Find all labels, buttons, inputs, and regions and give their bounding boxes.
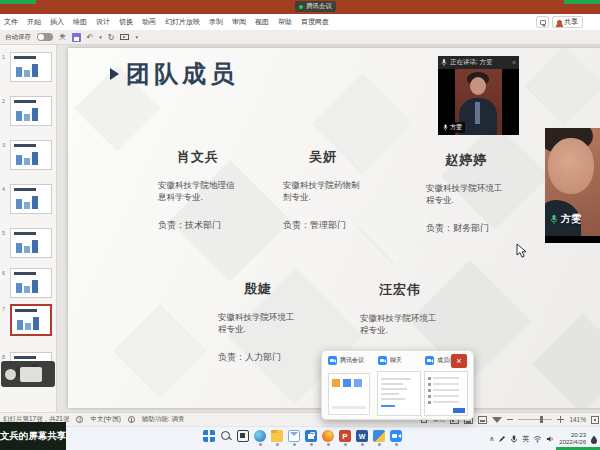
member-school: 安徽科技学院环境工程专业. [218,311,298,335]
close-icon: × [456,356,461,366]
screen-share-banner: 文兵的屏幕共享 [0,422,66,450]
autosave-label: 自动保存 [5,33,31,42]
language-status[interactable]: 中文(中国) [90,415,120,424]
tab-review[interactable]: 审阅 [232,17,246,27]
collapse-icon[interactable]: « [512,59,516,66]
share-border-top-right [564,0,600,4]
thumb-number: 4 [2,186,5,192]
zoom-level[interactable]: 141% [569,416,586,423]
info-glyph: i [79,416,80,423]
slide-thumbnail-7-selected[interactable]: 7 [0,304,57,338]
preview-window-members[interactable] [424,371,468,416]
taskbar-icon-word[interactable]: W [356,430,368,446]
preview-title: 腾讯会议 [340,356,364,365]
team-member-1: 肖文兵 安徽科技学院地理信息科学专业. 负责：技术部门 [158,148,238,232]
tab-view[interactable]: 视图 [255,17,269,27]
ppt-letter: P [342,432,347,441]
slide-title: 团队成员 [110,58,238,90]
wifi-icon[interactable] [533,435,542,443]
pen-icon[interactable] [498,435,506,443]
qat-overflow-icon[interactable]: ▾ [135,34,138,40]
accessibility-status[interactable]: 辅助功能: 调查 [142,415,185,424]
taskbar-icon-meeting[interactable] [390,430,402,446]
slide-thumbnail-4[interactable]: 4 [0,184,57,218]
zoom-slider[interactable] [518,419,552,420]
tab-home[interactable]: 开始 [27,17,41,27]
tab-draw[interactable]: 绘图 [73,17,87,27]
info-icon[interactable]: i [76,416,83,423]
autosave-toggle[interactable] [37,33,53,41]
volume-icon[interactable] [546,435,555,443]
speaking-label: 正在讲话: 方雯 [450,58,509,67]
undo-icon[interactable]: ↶ [87,33,94,42]
preview-window-chat[interactable] [377,371,421,416]
tab-baidu-netdisk[interactable]: 百度网盘 [301,17,329,27]
ribbon-tabs: 文件 开始 插入 绘图 设计 切换 动画 幻灯片放映 录制 审阅 视图 帮助 百… [4,14,329,30]
preview-header-meeting: 腾讯会议 [328,356,364,365]
undo-caret-icon[interactable]: ▾ [99,34,102,40]
side-video-window[interactable]: 方雯 [545,128,600,236]
taskbar-icon-search[interactable] [220,430,232,446]
slide-thumbnail-6[interactable]: 6 [0,268,57,302]
tab-insert[interactable]: 插入 [50,17,64,27]
slide-thumbnail-1[interactable]: 1 [0,52,57,86]
meeting-mini-window[interactable] [1,361,55,387]
notification-icon[interactable] [590,435,598,444]
side-video-name-chip: 方雯 [550,212,581,226]
redo-icon[interactable]: ↻ [108,33,115,42]
slideshow-view-icon[interactable] [492,417,502,423]
recording-dot-icon [299,5,303,9]
mic-tray-icon[interactable] [510,435,518,443]
zoom-in-icon[interactable] [557,416,564,423]
preview-title: 聊天 [390,356,402,365]
start-slideshow-icon[interactable] [120,34,129,40]
taskbar-icon-task-view[interactable] [237,430,249,446]
tab-transitions[interactable]: 切换 [119,17,133,27]
tab-file[interactable]: 文件 [4,17,18,27]
tab-animations[interactable]: 动画 [142,17,156,27]
taskbar-icon-store[interactable] [305,430,317,446]
tab-slideshow[interactable]: 幻灯片放映 [165,17,200,27]
clock-date: 2022/4/26 [559,439,586,446]
preview-close-button[interactable]: × [451,354,467,368]
mic-icon [441,58,447,67]
slide-thumbnail-2[interactable]: 2 [0,96,57,130]
save-icon[interactable] [72,33,81,42]
comments-button[interactable] [536,16,549,28]
share-button[interactable]: 共享 [552,16,583,28]
taskbar-icon-start[interactable] [203,430,215,446]
taskbar-icon-netdisk[interactable] [373,430,385,446]
tab-help[interactable]: 帮助 [278,17,292,27]
thumbnail-preview [10,52,52,82]
meeting-share-badge[interactable]: 腾讯会议 [295,1,336,12]
speaker-video-window[interactable]: 正在讲话: 方雯 « 方雯 [438,56,519,135]
taskbar-icon-file-explorer[interactable] [271,430,283,446]
tab-record[interactable]: 录制 [209,17,223,27]
taskbar-clock[interactable]: 20:23 2022/4/26 [559,432,586,446]
thumbnail-preview [10,268,52,298]
member-duty: 负责：技术部门 [158,219,238,232]
preview-window-meeting[interactable] [328,373,370,415]
member-duty: 负责：人力部门 [218,351,298,364]
slide-thumbnail-5[interactable]: 5 [0,228,57,262]
slide-thumbnail-3[interactable]: 3 [0,140,57,174]
fit-slide-icon[interactable] [591,416,599,424]
ime-indicator[interactable]: 英 [522,434,529,444]
tab-design[interactable]: 设计 [96,17,110,27]
autosave-state: 关 [59,33,66,42]
member-name: 汪宏伟 [360,281,440,299]
tray-chevron-icon[interactable]: ∧ [489,435,494,443]
zoom-out-icon[interactable] [507,419,513,420]
taskbar-icon-powerpoint[interactable]: P [339,430,351,446]
side-portrait-face [548,138,594,194]
team-member-3: 赵婷婷 安徽科技学院环境工程专业. 负责：财务部门 [426,151,506,235]
zoom-slider-thumb[interactable] [540,416,543,423]
reading-view-icon[interactable] [478,416,487,424]
taskbar-icons: P W [203,430,402,446]
taskbar-preview-popup: 腾讯会议 聊天 成员(18) × [321,350,474,420]
taskbar-icon-edge[interactable] [254,430,266,446]
taskbar-icon-firefox[interactable] [322,430,334,446]
member-name: 赵婷婷 [426,151,506,169]
team-member-5: 汪宏伟 安徽科技学院环境工程专业. [360,281,440,352]
taskbar-icon-mail[interactable] [288,430,300,446]
